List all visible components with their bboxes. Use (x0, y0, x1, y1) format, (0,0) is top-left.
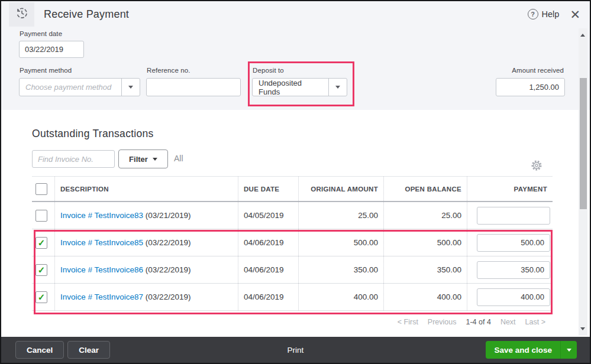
due-date-cell: 04/06/2019 (238, 284, 298, 310)
filter-label: Filter (129, 155, 148, 164)
payment-date-input[interactable] (19, 41, 84, 58)
scroll-down-icon[interactable] (580, 327, 585, 330)
invoice-description: Invoice # TestInvoice83 (03/21/2019) (54, 202, 238, 229)
chevron-down-icon[interactable] (121, 79, 140, 96)
col-original-amount: ORIGINAL AMOUNT (298, 177, 383, 201)
table-row: ✓ Invoice # TestInvoice86 (03/22/2019) 0… (32, 256, 553, 284)
payment-date-label: Payment date (20, 30, 62, 37)
reference-no-label: Reference no. (147, 67, 190, 74)
deposit-to-dropdown[interactable]: Undeposited Funds (252, 78, 347, 96)
payment-method-placeholder: Choose payment method (20, 79, 121, 96)
amount-received-input[interactable] (496, 78, 565, 96)
table-row: ✓ Invoice # TestInvoice87 (03/22/2019) 0… (32, 284, 553, 311)
invoice-link[interactable]: Invoice # TestInvoice87 (60, 292, 143, 301)
section-title: Outstanding Transactions (32, 128, 154, 140)
payment-cell (467, 229, 553, 256)
reference-no-input[interactable] (146, 78, 241, 96)
filter-selected-value: All (174, 154, 183, 163)
save-and-close-button[interactable]: Save and close (486, 341, 577, 359)
amount-received-label: Amount received (512, 67, 564, 74)
col-payment: PAYMENT (467, 177, 553, 201)
table-row: Invoice # TestInvoice83 (03/21/2019) 04/… (32, 202, 553, 229)
row-checkbox-unchecked[interactable] (35, 210, 47, 222)
payment-amount-input[interactable] (477, 207, 550, 225)
original-amount-cell: 350.00 (298, 256, 383, 283)
table-row: ✓ Invoice # TestInvoice85 (03/22/2019) 0… (32, 229, 553, 256)
invoice-description: Invoice # TestInvoice86 (03/22/2019) (54, 256, 238, 283)
find-invoice-input[interactable] (32, 150, 115, 168)
pagination: < First Previous 1-4 of 4 Next Last > (398, 318, 545, 326)
pagination-next[interactable]: Next (500, 318, 516, 326)
row-checkbox-checked[interactable]: ✓ (35, 237, 47, 249)
page-title: Receive Payment (44, 8, 129, 21)
row-checkbox-checked[interactable]: ✓ (35, 264, 47, 276)
row-checkbox-checked[interactable]: ✓ (35, 291, 47, 303)
payment-cell (467, 284, 553, 310)
payment-amount-input[interactable] (477, 234, 550, 252)
table-header-row: DESCRIPTION DUE DATE ORIGINAL AMOUNT OPE… (32, 176, 553, 202)
recent-transactions-tile[interactable] (9, 2, 34, 27)
due-date-cell: 04/06/2019 (238, 256, 298, 283)
invoice-link[interactable]: Invoice # TestInvoice83 (60, 211, 143, 220)
original-amount-cell: 400.00 (298, 284, 383, 310)
dialog-header: Receive Payment ? Help ✕ (1, 1, 590, 27)
invoice-description: Invoice # TestInvoice85 (03/22/2019) (54, 229, 238, 256)
chevron-down-icon[interactable] (328, 79, 347, 96)
transactions-table: DESCRIPTION DUE DATE ORIGINAL AMOUNT OPE… (32, 176, 553, 311)
pagination-last[interactable]: Last > (525, 318, 545, 326)
due-date-cell: 04/06/2019 (238, 229, 298, 256)
receive-payment-dialog: Receive Payment ? Help ✕ Payment date Pa… (0, 0, 591, 364)
close-icon[interactable]: ✕ (570, 8, 580, 21)
open-balance-cell: 350.00 (383, 256, 467, 283)
recent-transactions-icon (14, 5, 30, 23)
open-balance-cell: 400.00 (383, 284, 467, 310)
payment-cell (467, 202, 553, 229)
save-options-chevron-icon[interactable] (560, 341, 577, 359)
gear-icon[interactable] (531, 160, 542, 174)
open-balance-cell: 25.00 (383, 202, 467, 229)
chevron-down-icon (153, 158, 157, 161)
scroll-up-icon[interactable] (580, 34, 585, 37)
due-date-cell: 04/05/2019 (238, 202, 298, 229)
pagination-first[interactable]: < First (398, 318, 418, 326)
select-all-checkbox[interactable] (35, 183, 47, 195)
open-balance-cell: 500.00 (383, 229, 467, 256)
original-amount-cell: 500.00 (298, 229, 383, 256)
invoice-description: Invoice # TestInvoice87 (03/22/2019) (54, 284, 238, 310)
invoice-link[interactable]: Invoice # TestInvoice86 (60, 265, 143, 274)
payment-form: Payment date Payment method Choose payme… (1, 27, 590, 110)
scrollbar-thumb[interactable] (580, 78, 587, 209)
payment-method-label: Payment method (20, 67, 72, 74)
vertical-scrollbar[interactable] (579, 28, 587, 336)
invoice-link[interactable]: Invoice # TestInvoice85 (60, 238, 143, 247)
col-open-balance: OPEN BALANCE (383, 177, 467, 201)
help-label: Help (542, 9, 560, 19)
payment-amount-input[interactable] (477, 261, 550, 279)
payment-amount-input[interactable] (477, 288, 550, 306)
original-amount-cell: 25.00 (298, 202, 383, 229)
outstanding-transactions-section: Outstanding Transactions Filter All DESC… (1, 110, 590, 337)
deposit-to-label: Deposit to (253, 67, 284, 74)
filter-button[interactable]: Filter (118, 150, 168, 168)
pagination-previous[interactable]: Previous (428, 318, 457, 326)
footer-bar: Cancel Clear Print Save and close (1, 337, 590, 363)
save-and-close-label: Save and close (486, 341, 560, 359)
pagination-range: 1-4 of 4 (466, 318, 491, 326)
help-icon: ? (528, 9, 538, 20)
col-description: DESCRIPTION (54, 177, 238, 201)
help-button[interactable]: ? Help (528, 9, 560, 20)
payment-method-dropdown[interactable]: Choose payment method (19, 78, 140, 96)
col-due-date: DUE DATE (238, 177, 298, 201)
deposit-to-value: Undeposited Funds (253, 79, 328, 96)
payment-cell (467, 256, 553, 283)
